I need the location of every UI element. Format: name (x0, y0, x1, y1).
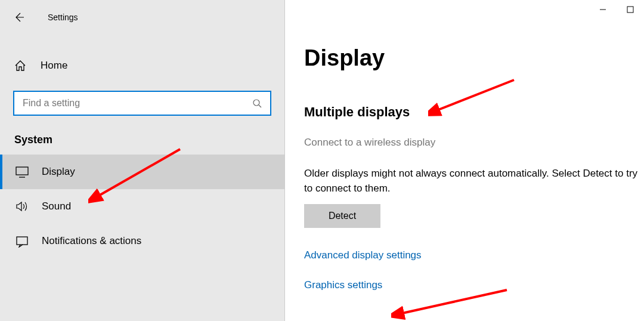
sidebar-item-label: Sound (42, 200, 71, 212)
search-container (13, 91, 271, 116)
wireless-display-link[interactable]: Connect to a wireless display (304, 137, 644, 149)
maximize-icon (627, 6, 634, 13)
app-title: Settings (48, 13, 78, 22)
svg-point-0 (253, 100, 259, 106)
section-header-system: System (0, 116, 284, 155)
home-icon (14, 60, 26, 72)
main-content: Display Multiple displays Connect to a w… (285, 0, 644, 321)
minimize-button[interactable] (589, 0, 617, 19)
multiple-displays-heading: Multiple displays (304, 104, 644, 120)
sidebar-item-display[interactable]: Display (0, 155, 284, 189)
sidebar-item-sound[interactable]: Sound (0, 189, 284, 224)
svg-rect-2 (16, 167, 28, 175)
page-title: Display (304, 45, 644, 71)
speaker-icon (16, 200, 29, 213)
sidebar-item-label: Notifications & actions (42, 235, 141, 247)
minimize-icon (599, 6, 606, 13)
home-label: Home (41, 60, 67, 72)
graphics-settings-link[interactable]: Graphics settings (304, 279, 644, 291)
back-arrow-icon (14, 12, 24, 23)
svg-line-1 (259, 105, 261, 107)
advanced-display-settings-link[interactable]: Advanced display settings (304, 249, 644, 261)
search-box[interactable] (13, 91, 271, 116)
titlebar: Settings (0, 0, 284, 29)
detect-button[interactable]: Detect (304, 204, 380, 228)
svg-rect-6 (627, 7, 633, 13)
sidebar-item-home[interactable]: Home (0, 53, 284, 79)
back-button[interactable] (12, 10, 26, 24)
sidebar-item-label: Display (42, 166, 75, 178)
sidebar: Settings Home System D (0, 0, 285, 321)
maximize-button[interactable] (617, 0, 644, 19)
sidebar-item-notifications[interactable]: Notifications & actions (0, 224, 284, 258)
older-displays-text: Older displays might not always connect … (304, 166, 638, 196)
window-controls (589, 0, 644, 19)
search-input[interactable] (23, 98, 252, 109)
monitor-icon (16, 165, 29, 178)
svg-rect-4 (17, 237, 27, 245)
notification-icon (16, 234, 29, 248)
search-icon (252, 98, 262, 108)
